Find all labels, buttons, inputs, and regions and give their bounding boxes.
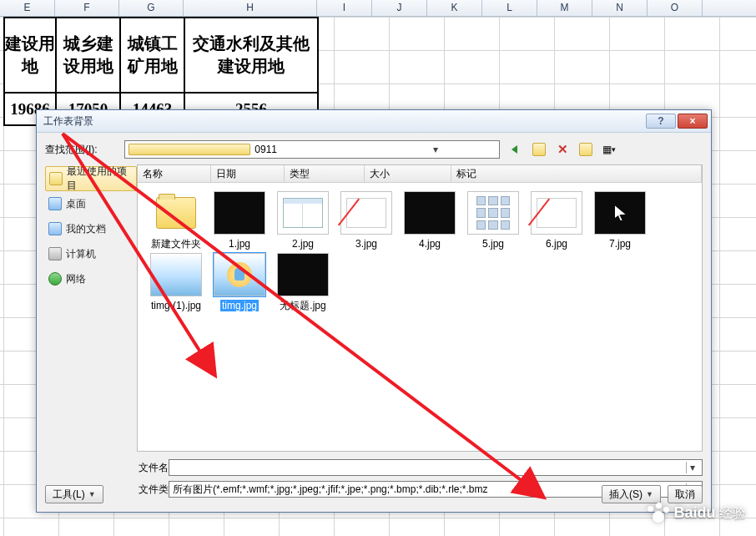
dialog-titlebar[interactable]: 工作表背景 ? × [37, 110, 711, 133]
column-header[interactable]: G [119, 0, 184, 16]
file-item[interactable]: 无标题.jpg [271, 253, 335, 311]
file-list-pane: 名称 日期 类型 大小 标记 新建文件夹1.jpg2.jpg3.jpg4.jpg… [137, 164, 703, 452]
file-item[interactable]: 1.jpg [208, 191, 271, 250]
file-item[interactable]: 新建文件夹 [144, 191, 208, 250]
folder-up-icon [532, 143, 546, 156]
sidebar-item-label: 我的文档 [66, 222, 106, 236]
cancel-button[interactable]: 取消 [668, 485, 703, 503]
insert-button[interactable]: 插入(S)▼ [602, 485, 661, 503]
folder-icon [49, 172, 63, 185]
column-header[interactable]: K [427, 0, 482, 16]
sidebar-item-label: 桌面 [66, 197, 86, 211]
lookin-value: 0911 [255, 144, 375, 155]
file-thumbnail [277, 191, 329, 235]
file-label: 6.jpg [525, 238, 588, 250]
file-item[interactable]: 7.jpg [588, 191, 652, 250]
sheet-background-dialog: 工作表背景 ? × 查找范围(I): 0911 ▾ ✕ ▦ ▾ 最近使用的项目 … [36, 109, 712, 513]
file-label: timg.jpg [220, 300, 259, 311]
file-item[interactable]: 6.jpg [525, 191, 588, 250]
sidebar-item-label: 网络 [66, 272, 86, 286]
header-size[interactable]: 大小 [365, 165, 451, 182]
sidebar-item-network[interactable]: 网络 [45, 266, 137, 291]
file-label: 2.jpg [271, 238, 335, 250]
dialog-toolbar: ✕ ▦ ▾ [507, 141, 618, 158]
header-type[interactable]: 类型 [285, 165, 365, 182]
file-label: 无标题.jpg [271, 300, 335, 311]
column-headers-row: E F G H I J K L M N O [0, 0, 756, 17]
chevron-down-icon[interactable]: ▾ [375, 144, 496, 155]
filename-label: 文件名(N): [45, 461, 169, 475]
file-thumbnail [404, 191, 456, 235]
delete-button[interactable]: ✕ [553, 141, 572, 158]
file-list-header: 名称 日期 类型 大小 标记 [138, 164, 702, 183]
table-header: 建设用地 [4, 18, 56, 93]
watermark-brand: Baidu [674, 504, 716, 521]
sidebar-item-recent[interactable]: 最近使用的项目 [45, 166, 137, 191]
sidebar-item-label: 计算机 [66, 247, 96, 261]
new-folder-button[interactable] [577, 141, 595, 158]
desktop-icon [48, 197, 62, 210]
back-button[interactable] [507, 141, 525, 158]
table-header: 交通水利及其他建设用地 [184, 18, 318, 93]
header-tags[interactable]: 标记 [451, 165, 702, 182]
up-one-level-button[interactable] [530, 141, 548, 158]
file-label: timg (1).jpg [144, 300, 208, 311]
file-item[interactable]: timg (1).jpg [144, 253, 208, 311]
help-button[interactable]: ? [646, 114, 676, 129]
column-header[interactable]: J [372, 0, 427, 16]
column-header[interactable]: H [184, 0, 317, 16]
sidebar-item-desktop[interactable]: 桌面 [45, 191, 137, 216]
column-header[interactable]: L [482, 0, 537, 16]
column-header[interactable]: N [592, 0, 648, 16]
paw-icon [646, 503, 671, 524]
watermark: Baidu 经验 [646, 503, 746, 524]
file-item[interactable]: timg.jpg [208, 253, 271, 311]
column-header[interactable]: F [55, 0, 119, 16]
header-name[interactable]: 名称 [138, 165, 211, 182]
lookin-combo[interactable]: 0911 ▾ [124, 140, 500, 159]
new-folder-icon [579, 143, 592, 156]
computer-icon [48, 247, 62, 260]
table-header: 城镇工矿用地 [120, 18, 184, 93]
sidebar-item-label: 最近使用的项目 [67, 164, 136, 193]
dialog-title: 工作表背景 [40, 114, 644, 129]
column-header[interactable]: M [537, 0, 592, 16]
file-thumbnail [214, 191, 265, 235]
file-thumbnail [467, 191, 519, 235]
views-button[interactable]: ▦ ▾ [600, 141, 618, 158]
file-thumbnail [277, 253, 329, 296]
table-header: 城乡建设用地 [56, 18, 120, 93]
file-item[interactable]: 2.jpg [271, 191, 335, 250]
file-item[interactable]: 4.jpg [398, 191, 461, 250]
sidebar-item-computer[interactable]: 计算机 [45, 241, 137, 266]
file-thumbnail [594, 191, 646, 235]
file-thumbnail [150, 191, 202, 235]
lookin-label: 查找范围(I): [45, 143, 124, 157]
file-item[interactable]: 3.jpg [335, 191, 398, 250]
filename-input[interactable]: ▾ [169, 459, 703, 476]
network-icon [48, 272, 62, 286]
sidebar-item-documents[interactable]: 我的文档 [45, 216, 137, 241]
column-header[interactable]: I [317, 0, 372, 16]
header-date[interactable]: 日期 [211, 165, 285, 182]
folder-icon [129, 144, 250, 155]
file-label: 5.jpg [461, 238, 525, 250]
file-label: 新建文件夹 [144, 238, 208, 250]
watermark-sub: 经验 [719, 506, 746, 520]
column-header[interactable]: E [0, 0, 55, 16]
file-thumbnail [150, 253, 202, 296]
file-label: 1.jpg [208, 238, 271, 250]
file-item[interactable]: 5.jpg [461, 191, 525, 250]
file-thumbnail [214, 253, 265, 296]
file-label: 4.jpg [398, 238, 461, 250]
file-label: 3.jpg [335, 238, 398, 250]
places-sidebar: 最近使用的项目 桌面 我的文档 计算机 网络 [45, 164, 137, 452]
column-header[interactable]: O [648, 0, 703, 16]
close-button[interactable]: × [678, 114, 708, 129]
documents-icon [48, 222, 62, 235]
file-thumbnail [531, 191, 582, 235]
chevron-down-icon[interactable]: ▾ [686, 462, 698, 473]
file-label: 7.jpg [588, 238, 652, 250]
tools-button[interactable]: 工具(L)▼ [45, 485, 103, 503]
file-thumbnail-grid[interactable]: 新建文件夹1.jpg2.jpg3.jpg4.jpg5.jpg6.jpg7.jpg… [138, 183, 702, 451]
